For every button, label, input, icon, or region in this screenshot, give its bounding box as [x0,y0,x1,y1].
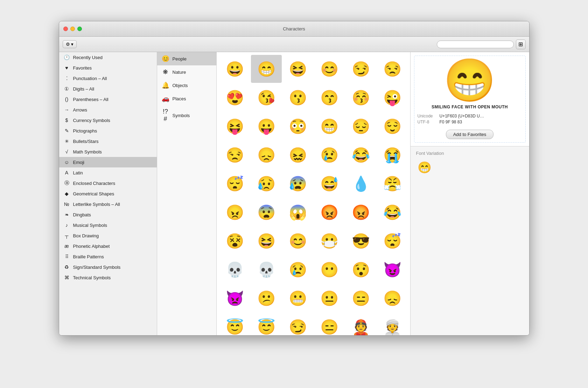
sidebar-item-technical[interactable]: ⌘Technical Symbols [59,272,157,283]
emoji-cell[interactable]: 😘 [251,84,282,112]
emoji-cell[interactable]: 😍 [219,84,250,112]
emoji-cell[interactable]: 😡 [345,198,376,226]
emoji-cell[interactable]: 💀 [219,256,250,283]
emoji-cell[interactable]: 😜 [377,84,408,112]
sidebar-item-punctuation[interactable]: ⁚Punctuation – All [59,73,157,84]
sidebar-item-currency[interactable]: $Currency Symbols [59,115,157,125]
emoji-cell[interactable]: 😆 [251,227,282,255]
sidebar-item-box-drawing[interactable]: ┬Box Drawing [59,230,157,241]
emoji-cell[interactable]: 👿 [219,284,250,312]
emoji-cell[interactable]: 😏 [345,55,376,83]
emoji-cell[interactable]: 😚 [345,84,376,112]
emoji-cell[interactable]: 😎 [345,227,376,255]
emoji-cell[interactable]: 😨 [251,198,282,226]
emoji-cell[interactable]: 😕 [251,284,282,312]
emoji-cell[interactable]: 😒 [377,55,408,83]
emoji-cell[interactable]: 😤 [377,170,408,197]
emoji-cell[interactable]: 😂 [377,198,408,226]
font-variation-item[interactable]: 😁 [416,159,433,175]
emoji-cell[interactable]: 😅 [314,170,345,197]
emoji-cell[interactable]: 😵 [219,227,250,255]
sidebar-item-math[interactable]: √Math Symbols [59,146,157,157]
emoji-cell[interactable]: 😯 [345,256,376,283]
sidebar-item-recently-used[interactable]: 🕐Recently Used [59,52,157,63]
emoji-cell[interactable]: 😴 [377,227,408,255]
emoji-cell[interactable]: 😷 [314,227,345,255]
emoji-cell[interactable]: 😝 [219,112,250,140]
emoji-cell[interactable]: 😐 [314,284,345,312]
emoji-cell[interactable]: 😬 [282,284,313,312]
emoji-grid-panel[interactable]: 😀😁😆😊😏😒😍😘😗😙😚😜😝😛😳😁😔😌😒😞😖😢😂😭😴😥😰😅💧😤😠😨😱😡😡😂😵😆😊😷… [217,52,410,335]
add-to-favorites-button[interactable]: Add to Favorites [446,130,494,139]
emoji-cell[interactable]: 😇 [251,313,282,335]
emoji-cell[interactable]: 😁 [251,55,282,83]
emoji-cell[interactable]: 😭 [377,141,408,169]
emoji-cell[interactable]: 😁 [314,112,345,140]
emoji-cell[interactable]: 😑 [345,284,376,312]
subcategory-item-objects[interactable]: 🔔Objects [157,79,216,92]
emoji-cell[interactable]: 😒 [219,141,250,169]
sidebar-item-emoji[interactable]: ☺Emoji [59,157,157,167]
sidebar-label-latin: Latin [73,170,83,175]
grid-view-button[interactable]: ⊞ [516,39,526,49]
emoji-cell[interactable]: 😊 [282,227,313,255]
sidebar-item-letterlike[interactable]: №Letterlike Symbols – All [59,199,157,209]
search-input[interactable] [437,41,514,48]
emoji-cell[interactable]: 😱 [282,198,313,226]
maximize-button[interactable] [77,27,82,31]
emoji-cell[interactable]: 💧 [345,170,376,197]
sidebar-item-bullets[interactable]: ✳Bullets/Stars [59,136,157,146]
emoji-cell[interactable]: 😊 [314,55,345,83]
emoji-cell[interactable]: 💀 [251,256,282,283]
emoji-cell[interactable]: 😂 [345,141,376,169]
titlebar: Characters [59,21,529,37]
subcategory-item-nature[interactable]: ❋Nature [157,65,216,79]
subcategory-item-symbols[interactable]: !?#Symbols [157,105,216,125]
emoji-cell[interactable]: 😰 [282,170,313,197]
emoji-cell[interactable]: 😑 [314,313,345,335]
emoji-cell[interactable]: 😳 [282,112,313,140]
emoji-cell[interactable]: 👳 [377,313,408,335]
sidebar-item-latin[interactable]: ALatin [59,167,157,178]
emoji-cell[interactable]: 😢 [282,256,313,283]
emoji-cell[interactable]: 😡 [314,198,345,226]
emoji-cell[interactable]: 😈 [377,256,408,283]
sidebar-item-parentheses[interactable]: ()Parentheses – All [59,94,157,105]
close-button[interactable] [63,27,68,31]
emoji-cell[interactable]: 😆 [282,55,313,83]
sidebar-item-sign-standard[interactable]: ♻Sign/Standard Symbols [59,262,157,272]
minimize-button[interactable] [70,27,75,31]
emoji-cell[interactable]: 😞 [251,141,282,169]
emoji-cell[interactable]: 😛 [251,112,282,140]
sidebar-item-braille[interactable]: ⠿Braille Patterns [59,251,157,262]
sidebar-item-pictographs[interactable]: ✎Pictographs [59,125,157,136]
subcategory-item-people[interactable]: 😊People [157,52,216,65]
emoji-cell[interactable]: 😴 [219,170,250,197]
sidebar-item-phonetic[interactable]: æPhonetic Alphabet [59,241,157,251]
emoji-cell[interactable]: 😥 [251,170,282,197]
emoji-cell[interactable]: 😶 [314,256,345,283]
emoji-cell[interactable]: 😏 [282,313,313,335]
sidebar-item-enclosed[interactable]: ⓐEnclosed Characters [59,178,157,188]
emoji-cell[interactable]: 😞 [377,284,408,312]
sidebar-item-favorites[interactable]: ♥Favorites [59,63,157,73]
sidebar-item-musical[interactable]: ♪Musical Symbols [59,220,157,230]
sidebar-icon-phonetic: æ [63,243,70,250]
sidebar-item-arrows[interactable]: →Arrows [59,105,157,115]
emoji-cell[interactable]: 😙 [314,84,345,112]
emoji-cell[interactable]: 😖 [282,141,313,169]
emoji-cell[interactable]: 😗 [282,84,313,112]
subcategory-item-places[interactable]: 🚗Places [157,92,216,105]
sidebar-item-digits[interactable]: ①Digits – All [59,84,157,94]
gear-button[interactable]: ⚙ ▾ [63,40,77,48]
emoji-cell[interactable]: 😀 [219,55,250,83]
emoji-cell[interactable]: 😢 [314,141,345,169]
emoji-cell[interactable]: 😔 [345,112,376,140]
emoji-cell[interactable]: 😇 [219,313,250,335]
sidebar-item-dingbats[interactable]: ❧Dingbats [59,209,157,220]
emoji-cell[interactable]: 😠 [219,198,250,226]
emoji-cell[interactable]: 👲 [345,313,376,335]
emoji-cell[interactable]: 😌 [377,112,408,140]
subcategory-panel: 😊People❋Nature🔔Objects🚗Places!?#Symbols [157,52,217,335]
sidebar-item-geometrical[interactable]: ◆Geometrical Shapes [59,188,157,199]
